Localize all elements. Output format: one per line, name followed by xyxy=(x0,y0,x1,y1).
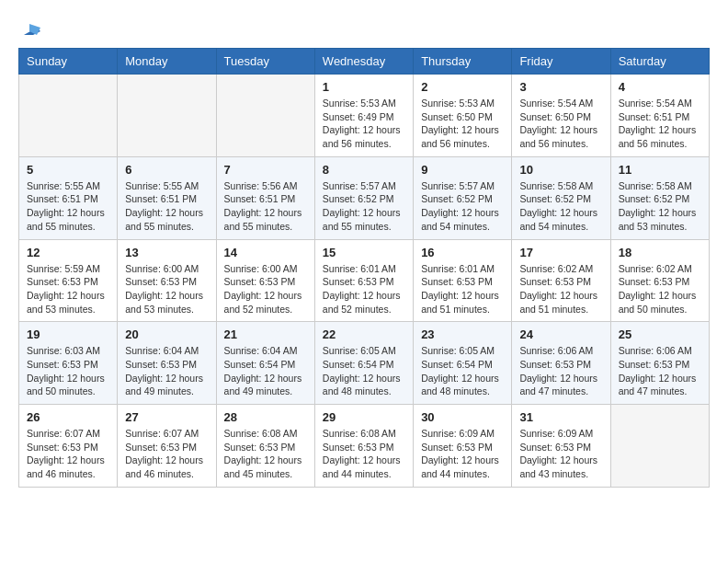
calendar-cell xyxy=(19,75,118,157)
calendar-cell: 5Sunrise: 5:55 AM Sunset: 6:51 PM Daylig… xyxy=(19,156,118,239)
calendar-cell: 4Sunrise: 5:54 AM Sunset: 6:51 PM Daylig… xyxy=(610,75,709,157)
header xyxy=(18,18,710,35)
calendar-table: SundayMondayTuesdayWednesdayThursdayFrid… xyxy=(18,48,710,488)
day-number: 5 xyxy=(27,163,109,177)
calendar-cell: 13Sunrise: 6:00 AM Sunset: 6:53 PM Dayli… xyxy=(118,239,216,322)
calendar-cell: 26Sunrise: 6:07 AM Sunset: 6:53 PM Dayli… xyxy=(19,405,118,488)
day-number: 16 xyxy=(421,246,504,259)
day-info: Sunrise: 6:07 AM Sunset: 6:53 PM Dayligh… xyxy=(27,427,109,481)
day-info: Sunrise: 5:57 AM Sunset: 6:52 PM Dayligh… xyxy=(323,179,405,234)
day-number: 8 xyxy=(323,163,405,177)
day-info: Sunrise: 6:04 AM Sunset: 6:54 PM Dayligh… xyxy=(224,344,307,398)
weekday-header-row: SundayMondayTuesdayWednesdayThursdayFrid… xyxy=(19,49,710,75)
day-number: 27 xyxy=(125,410,208,424)
calendar-cell: 9Sunrise: 5:57 AM Sunset: 6:52 PM Daylig… xyxy=(414,156,512,239)
day-info: Sunrise: 6:07 AM Sunset: 6:53 PM Dayligh… xyxy=(125,427,208,481)
calendar-cell: 20Sunrise: 6:04 AM Sunset: 6:53 PM Dayli… xyxy=(118,322,216,405)
day-info: Sunrise: 6:04 AM Sunset: 6:53 PM Dayligh… xyxy=(125,344,208,398)
weekday-header-friday: Friday xyxy=(512,49,610,75)
calendar-cell xyxy=(118,75,216,157)
day-info: Sunrise: 6:00 AM Sunset: 6:53 PM Dayligh… xyxy=(125,262,208,316)
day-number: 13 xyxy=(125,246,208,259)
day-number: 20 xyxy=(125,327,208,341)
weekday-header-tuesday: Tuesday xyxy=(216,49,314,75)
day-number: 2 xyxy=(421,80,504,94)
day-info: Sunrise: 5:55 AM Sunset: 6:51 PM Dayligh… xyxy=(27,179,109,234)
day-info: Sunrise: 5:57 AM Sunset: 6:52 PM Dayligh… xyxy=(421,179,504,234)
day-number: 23 xyxy=(421,327,504,341)
day-info: Sunrise: 5:55 AM Sunset: 6:51 PM Dayligh… xyxy=(125,179,208,234)
logo xyxy=(18,18,40,35)
day-number: 4 xyxy=(619,80,701,94)
day-number: 9 xyxy=(421,163,504,177)
day-info: Sunrise: 6:08 AM Sunset: 6:53 PM Dayligh… xyxy=(323,427,405,481)
page: SundayMondayTuesdayWednesdayThursdayFrid… xyxy=(0,0,728,497)
day-info: Sunrise: 6:00 AM Sunset: 6:53 PM Dayligh… xyxy=(224,262,307,316)
day-info: Sunrise: 6:05 AM Sunset: 6:54 PM Dayligh… xyxy=(323,344,405,398)
day-number: 17 xyxy=(519,246,602,259)
day-info: Sunrise: 5:54 AM Sunset: 6:51 PM Dayligh… xyxy=(619,97,701,151)
day-info: Sunrise: 5:53 AM Sunset: 6:49 PM Dayligh… xyxy=(323,97,405,151)
day-number: 10 xyxy=(519,163,602,177)
day-info: Sunrise: 6:08 AM Sunset: 6:53 PM Dayligh… xyxy=(224,427,307,481)
day-info: Sunrise: 6:01 AM Sunset: 6:53 PM Dayligh… xyxy=(323,262,405,316)
day-number: 22 xyxy=(323,327,405,341)
day-number: 15 xyxy=(323,246,405,259)
day-info: Sunrise: 6:05 AM Sunset: 6:54 PM Dayligh… xyxy=(421,344,504,398)
calendar-week-row: 5Sunrise: 5:55 AM Sunset: 6:51 PM Daylig… xyxy=(19,156,710,239)
calendar-cell: 7Sunrise: 5:56 AM Sunset: 6:51 PM Daylig… xyxy=(216,156,314,239)
calendar-cell: 15Sunrise: 6:01 AM Sunset: 6:53 PM Dayli… xyxy=(314,239,413,322)
day-number: 30 xyxy=(421,410,504,424)
day-info: Sunrise: 6:03 AM Sunset: 6:53 PM Dayligh… xyxy=(27,344,109,398)
calendar-cell: 8Sunrise: 5:57 AM Sunset: 6:52 PM Daylig… xyxy=(314,156,413,239)
calendar-cell: 29Sunrise: 6:08 AM Sunset: 6:53 PM Dayli… xyxy=(314,405,413,488)
day-number: 14 xyxy=(224,246,307,259)
day-info: Sunrise: 5:58 AM Sunset: 6:52 PM Dayligh… xyxy=(519,179,602,234)
weekday-header-saturday: Saturday xyxy=(610,49,709,75)
calendar-cell: 30Sunrise: 6:09 AM Sunset: 6:53 PM Dayli… xyxy=(414,405,512,488)
day-number: 12 xyxy=(27,246,109,259)
day-number: 21 xyxy=(224,327,307,341)
calendar-cell: 31Sunrise: 6:09 AM Sunset: 6:53 PM Dayli… xyxy=(512,405,610,488)
calendar-cell: 28Sunrise: 6:08 AM Sunset: 6:53 PM Dayli… xyxy=(216,405,314,488)
day-number: 25 xyxy=(619,327,701,341)
calendar-cell: 23Sunrise: 6:05 AM Sunset: 6:54 PM Dayli… xyxy=(414,322,512,405)
day-number: 19 xyxy=(27,327,109,341)
calendar-cell: 2Sunrise: 5:53 AM Sunset: 6:50 PM Daylig… xyxy=(414,75,512,157)
calendar-cell: 25Sunrise: 6:06 AM Sunset: 6:53 PM Dayli… xyxy=(610,322,709,405)
day-info: Sunrise: 5:58 AM Sunset: 6:52 PM Dayligh… xyxy=(619,179,701,234)
calendar-cell: 11Sunrise: 5:58 AM Sunset: 6:52 PM Dayli… xyxy=(610,156,709,239)
calendar-cell xyxy=(610,405,709,488)
day-number: 3 xyxy=(519,80,602,94)
day-info: Sunrise: 6:02 AM Sunset: 6:53 PM Dayligh… xyxy=(519,262,602,316)
calendar-cell: 22Sunrise: 6:05 AM Sunset: 6:54 PM Dayli… xyxy=(314,322,413,405)
calendar-week-row: 12Sunrise: 5:59 AM Sunset: 6:53 PM Dayli… xyxy=(19,239,710,322)
day-number: 26 xyxy=(27,410,109,424)
day-info: Sunrise: 5:54 AM Sunset: 6:50 PM Dayligh… xyxy=(519,97,602,151)
calendar-cell: 14Sunrise: 6:00 AM Sunset: 6:53 PM Dayli… xyxy=(216,239,314,322)
day-info: Sunrise: 6:06 AM Sunset: 6:53 PM Dayligh… xyxy=(619,344,701,398)
day-number: 1 xyxy=(323,80,405,94)
day-number: 6 xyxy=(125,163,208,177)
day-info: Sunrise: 6:06 AM Sunset: 6:53 PM Dayligh… xyxy=(519,344,602,398)
calendar-cell: 6Sunrise: 5:55 AM Sunset: 6:51 PM Daylig… xyxy=(118,156,216,239)
weekday-header-wednesday: Wednesday xyxy=(314,49,413,75)
calendar-cell: 10Sunrise: 5:58 AM Sunset: 6:52 PM Dayli… xyxy=(512,156,610,239)
calendar-week-row: 19Sunrise: 6:03 AM Sunset: 6:53 PM Dayli… xyxy=(19,322,710,405)
calendar-cell: 17Sunrise: 6:02 AM Sunset: 6:53 PM Dayli… xyxy=(512,239,610,322)
calendar-cell: 27Sunrise: 6:07 AM Sunset: 6:53 PM Dayli… xyxy=(118,405,216,488)
calendar-cell: 1Sunrise: 5:53 AM Sunset: 6:49 PM Daylig… xyxy=(314,75,413,157)
weekday-header-sunday: Sunday xyxy=(19,49,118,75)
day-info: Sunrise: 5:59 AM Sunset: 6:53 PM Dayligh… xyxy=(27,262,109,316)
calendar-week-row: 26Sunrise: 6:07 AM Sunset: 6:53 PM Dayli… xyxy=(19,405,710,488)
day-number: 31 xyxy=(519,410,602,424)
calendar-cell: 24Sunrise: 6:06 AM Sunset: 6:53 PM Dayli… xyxy=(512,322,610,405)
calendar-cell: 18Sunrise: 6:02 AM Sunset: 6:53 PM Dayli… xyxy=(610,239,709,322)
day-number: 29 xyxy=(323,410,405,424)
calendar-cell: 16Sunrise: 6:01 AM Sunset: 6:53 PM Dayli… xyxy=(414,239,512,322)
weekday-header-thursday: Thursday xyxy=(414,49,512,75)
day-number: 11 xyxy=(619,163,701,177)
day-number: 24 xyxy=(519,327,602,341)
calendar-cell: 19Sunrise: 6:03 AM Sunset: 6:53 PM Dayli… xyxy=(19,322,118,405)
day-number: 7 xyxy=(224,163,307,177)
